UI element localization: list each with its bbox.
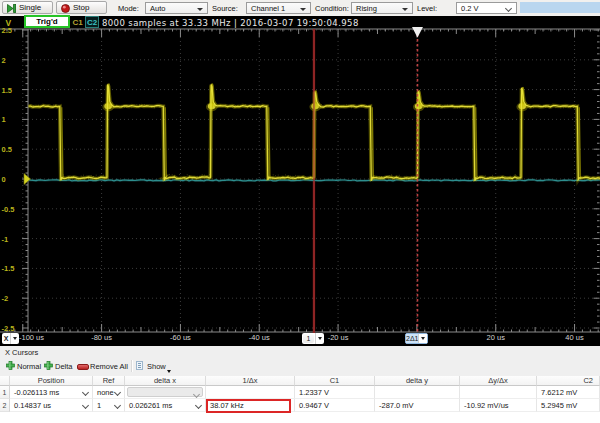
show-menu-button[interactable]: Show (147, 362, 166, 371)
source-select[interactable]: Channel 1 (246, 2, 311, 14)
single-button[interactable]: Single (2, 1, 53, 14)
dropdown-arrow-icon (402, 8, 408, 11)
top-toolbar: Single Stop Mode: Auto Source: Channel 1… (0, 0, 600, 16)
x-cursors-toolbar: Normal Delta Remove All Show (0, 357, 600, 376)
cell-value: 0.9467 V (299, 401, 329, 410)
level-label: Level: (417, 4, 437, 13)
dropdown-arrow-icon (300, 8, 306, 11)
mode-label: Mode: (118, 4, 139, 13)
remove-all-button[interactable]: Remove All (90, 362, 128, 371)
table-header-position[interactable]: Position (10, 376, 93, 386)
table-header-dydx[interactable]: Δy/Δx (460, 376, 537, 386)
cell-ref-select[interactable]: 1 (93, 399, 125, 412)
cell-delta_x (125, 386, 206, 399)
x-axis-label: 20 us (487, 333, 506, 342)
toolbar-spacer-panel (520, 2, 600, 13)
stop-button[interactable]: Stop (56, 1, 107, 14)
y-axis-label: 2.5 (2, 26, 12, 35)
remove-icon (77, 364, 89, 370)
cell-value: -0.026113 ms (14, 388, 59, 397)
cell-value: 0.026261 ms (129, 401, 172, 410)
add-delta-cursor-button[interactable]: Delta (55, 362, 73, 371)
single-step-icon (7, 4, 16, 13)
chevron-down-icon (82, 402, 89, 409)
dropdown-arrow-icon (167, 370, 171, 373)
cursor1-flag-label: 1 (303, 334, 314, 343)
cell-value: 1 (97, 401, 101, 410)
cursors-table: PositionRefdelta x1/ΔxC1delta yΔy/ΔxC21-… (0, 376, 600, 423)
cell-value: none (97, 388, 114, 397)
trigger-status-badge: Trig'd (24, 15, 70, 28)
cell-dydx: -10.92 mV/us (460, 399, 537, 412)
y-axis-label: -0.5 (2, 205, 15, 214)
cell-inv_dx (206, 386, 295, 399)
dropdown-arrow-icon (10, 333, 19, 344)
condition-value: Rising (356, 4, 377, 13)
cell-value: -10.92 mV/us (464, 401, 509, 410)
dropdown-arrow-icon (315, 333, 324, 344)
scope-plot[interactable]: V2.521.510.50-0.5-1-1.5-2-2.5-100 us-80 … (0, 16, 600, 346)
cursor2-flag[interactable]: 2Δ1 (405, 333, 428, 344)
cell-c1: 0.9467 V (295, 399, 375, 412)
y-axis-label: -1 (2, 235, 9, 244)
toolbar-separator (131, 360, 133, 372)
chevron-down-icon (114, 389, 121, 396)
mode-select[interactable]: Auto (145, 2, 208, 14)
row-number: 1 (0, 386, 10, 399)
table-header-c2[interactable]: C2 (537, 376, 600, 386)
chevron-down-icon (114, 402, 121, 409)
chevron-down-icon (195, 402, 202, 409)
channel2-tab[interactable]: C2 (85, 16, 99, 28)
row-number: 2 (0, 399, 10, 412)
y-axis-label: 1 (2, 115, 6, 124)
single-button-label: Single (19, 3, 41, 12)
cell-value: 7.6212 mV (541, 388, 577, 397)
table-header-c1[interactable]: C1 (295, 376, 375, 386)
cell-value: 5.2945 mV (541, 401, 577, 410)
condition-select[interactable]: Rising (351, 2, 413, 14)
cell-position-select[interactable]: 0.14837 us (10, 399, 93, 412)
y-axis-label: 0.5 (2, 145, 12, 154)
cell-position-select[interactable]: -0.026113 ms (10, 386, 93, 399)
dropdown-arrow-icon (197, 8, 203, 11)
cell-c2: 5.2945 mV (537, 399, 600, 412)
cell-value: 0.14837 us (14, 401, 51, 410)
cell-c1: 1.2337 V (295, 386, 375, 399)
x-axis-label: -40 us (249, 333, 270, 342)
cell-delta_x-select[interactable]: 0.026261 ms (125, 399, 206, 412)
show-columns-icon (136, 361, 143, 370)
channel1-tab[interactable]: C1 (71, 17, 84, 28)
x-axis-button-label: X (2, 333, 10, 344)
cell-ref-select[interactable]: none (93, 386, 125, 399)
table-header-delta_x[interactable]: delta x (125, 376, 206, 386)
stop-button-label: Stop (73, 3, 89, 12)
chevron-down-icon (193, 391, 200, 398)
y-axis-label: 1.5 (2, 86, 12, 95)
level-input[interactable]: 0.2 V (456, 2, 517, 14)
table-header-delta_y[interactable]: delta y (375, 376, 460, 386)
mode-value: Auto (150, 4, 165, 13)
y-axis-label: 0 (2, 175, 6, 184)
table-header-gutter (0, 376, 10, 386)
cell-delta_y (375, 386, 460, 399)
x-axis-menu-button[interactable]: X (2, 333, 19, 344)
y-axis-label: -2.5 (2, 324, 15, 333)
y-axis-label: 2 (2, 56, 6, 65)
stop-icon (61, 4, 70, 13)
y-axis-label: -2 (2, 294, 9, 303)
condition-label: Condition: (315, 4, 349, 13)
x-axis-label: -60 us (170, 333, 191, 342)
x-axis-label: -20 us (328, 333, 349, 342)
cell-value: -287.0 mV (379, 401, 414, 410)
dropdown-arrow-icon (418, 334, 427, 343)
add-normal-cursor-button[interactable]: Normal (17, 362, 41, 371)
add-icon (44, 361, 53, 370)
cell-c2: 7.6212 mV (537, 386, 600, 399)
cursor1-flag[interactable]: 1 (302, 333, 324, 344)
cursor2-flag-label: 2Δ1 (406, 334, 418, 343)
cell-delta_y: -287.0 mV (375, 399, 460, 412)
table-header-ref[interactable]: Ref (93, 376, 125, 386)
table-header-inv_dx[interactable]: 1/Δx (206, 376, 295, 386)
source-label: Source: (212, 4, 238, 13)
add-icon (6, 361, 15, 370)
